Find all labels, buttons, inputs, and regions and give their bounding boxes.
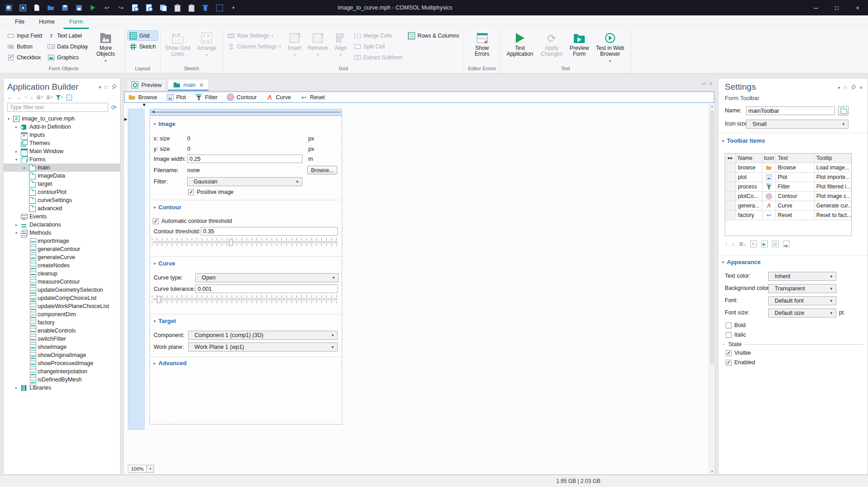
cell-name[interactable]: plot <box>736 173 762 182</box>
quick-access-icon[interactable] <box>47 4 55 12</box>
cell-tooltip[interactable]: Reset to fact... <box>815 211 851 220</box>
curve-tolerance-slider[interactable] <box>152 295 339 305</box>
ribbon-button[interactable]: Input Field <box>5 31 44 40</box>
tree-expander-icon[interactable] <box>22 166 27 170</box>
forward-arrow-icon[interactable]: → <box>16 94 21 101</box>
table-row[interactable]: factory Reset Reset to fact... <box>725 211 851 220</box>
table-row[interactable]: plotCo... Contour Plot image c... <box>725 192 851 201</box>
cell-icon[interactable] <box>762 201 776 210</box>
quick-access-icon[interactable] <box>103 4 111 12</box>
quick-access-icon[interactable] <box>173 4 181 12</box>
move-down-icon[interactable]: ↓ <box>30 94 33 101</box>
tree-expander-icon[interactable] <box>6 117 11 121</box>
maximize-button[interactable]: □ <box>826 0 847 15</box>
slider-groove[interactable] <box>153 241 338 243</box>
toolbar-items-section-header[interactable]: ▾Toolbar Items <box>722 137 765 144</box>
filter-dropdown[interactable]: Gaussian▼ <box>187 177 302 186</box>
tab-home[interactable]: Home <box>33 15 61 29</box>
preview-form-button[interactable]: Preview Form <box>567 31 592 58</box>
show-grid-lines-button[interactable]: Show Grid Lines <box>163 31 192 58</box>
bold-checkbox[interactable] <box>726 323 732 328</box>
tree-expander-icon[interactable] <box>14 125 19 129</box>
zoom-level[interactable]: 100% <box>128 465 147 473</box>
tree-item[interactable]: componentDim <box>4 310 120 318</box>
tree-item[interactable]: showImage <box>4 343 120 351</box>
selected-grid-row[interactable] <box>150 109 342 116</box>
settings-close-icon[interactable]: ✕ <box>859 85 863 90</box>
cell-icon[interactable] <box>762 182 776 191</box>
row-handle-cell[interactable] <box>725 201 736 210</box>
quick-access-icon[interactable] <box>33 4 41 12</box>
insert-button[interactable]: Insert ▾ <box>285 31 305 59</box>
browse-file-button[interactable]: Browse... <box>307 166 337 174</box>
quick-access-icon[interactable] <box>131 4 139 12</box>
move-up-icon[interactable]: ↑ <box>24 94 27 101</box>
cell-name[interactable]: factory <box>736 211 762 220</box>
text-color-dropdown[interactable]: Inherit▼ <box>768 272 836 281</box>
cell-tooltip[interactable]: Plot importe... <box>815 173 851 182</box>
tree-expander-icon[interactable] <box>14 386 19 390</box>
ribbon-button[interactable]: Graphics <box>46 53 90 62</box>
cell-icon[interactable] <box>762 192 776 201</box>
tree-item[interactable]: showOriginalImage <box>4 351 120 359</box>
contour-threshold-field[interactable] <box>201 227 338 236</box>
section-header-target[interactable]: ▾Target <box>154 318 176 324</box>
add-separator-button[interactable]: ▂ <box>783 241 790 247</box>
tree-item[interactable]: createNodes <box>4 261 120 270</box>
name-edit-button[interactable] <box>838 106 849 116</box>
form-toolbar-button[interactable]: Curve <box>266 94 291 101</box>
column-marker-icon[interactable]: ▼ <box>142 103 146 107</box>
settings-float-icon[interactable]: □ <box>844 85 847 90</box>
panel-float-icon[interactable]: □ <box>105 85 107 90</box>
font-dropdown[interactable]: Default font▼ <box>768 296 836 305</box>
tree-item[interactable]: contourPlot <box>4 188 120 196</box>
refresh-icon[interactable]: ⟳ <box>111 104 116 111</box>
section-header-advanced[interactable]: ▸Advanced <box>154 360 187 366</box>
ribbon-button[interactable]: Text Label <box>46 31 90 40</box>
enabled-checkbox[interactable] <box>726 360 732 366</box>
form-toolbar-button[interactable]: Plot <box>166 94 186 101</box>
cell-tooltip[interactable]: Plot filtered i... <box>815 182 851 191</box>
row-marker-icon[interactable]: ▶ <box>124 117 127 121</box>
test-in-web-browser-button[interactable]: Test in Web Browser ▾ <box>594 31 626 65</box>
add-toggle-item-button[interactable]: ☑ <box>772 241 779 247</box>
extract-subform-button[interactable]: Extract Subform <box>352 53 404 62</box>
form-toolbar-button[interactable]: Filter <box>195 94 218 101</box>
form-selection-outline[interactable]: ▾Image x: size 0 px y: size 0 px Image w… <box>150 116 342 424</box>
ribbon-button[interactable]: Checkbox <box>5 53 44 62</box>
panel-pin-icon[interactable] <box>111 84 116 90</box>
tree-item[interactable]: Declarations <box>4 221 120 229</box>
icon-size-dropdown[interactable]: Small▼ <box>746 120 849 129</box>
maximize-editor-icon[interactable]: ▭ <box>702 81 706 87</box>
tree-item[interactable]: cleanup <box>4 270 120 278</box>
slider-thumb[interactable] <box>229 239 233 246</box>
more-objects-button[interactable]: More Objects ▾ <box>92 31 120 65</box>
slider-thumb[interactable] <box>157 296 161 303</box>
tree-item[interactable]: measureContour <box>4 278 120 286</box>
canvas-scrollbar[interactable]: ▲ ▼ <box>709 103 715 474</box>
table-row[interactable]: process Filter Plot filtered i... <box>725 182 851 192</box>
row-handle-cell[interactable] <box>725 211 736 220</box>
panel-menu-icon[interactable]: ▾ <box>99 85 101 90</box>
rows-columns-button[interactable]: Rows & Columns <box>406 31 461 40</box>
curve-tolerance-field[interactable] <box>195 284 338 293</box>
tree-expander-icon[interactable] <box>14 223 19 227</box>
cell-name[interactable]: genera... <box>736 201 762 210</box>
move-down-button[interactable]: ↓ <box>732 241 735 247</box>
cell-text[interactable]: Plot <box>776 173 815 182</box>
tab-form[interactable]: Form <box>63 15 89 29</box>
quick-access-icon[interactable] <box>5 4 13 12</box>
table-row[interactable]: genera... Curve Generate cur... <box>725 201 851 211</box>
quick-access-icon[interactable] <box>201 4 209 12</box>
tree-item[interactable]: Add-in Definition <box>4 123 120 131</box>
auto-threshold-checkbox[interactable] <box>153 218 159 224</box>
slider-groove[interactable] <box>153 298 338 300</box>
cell-icon[interactable] <box>762 211 776 220</box>
settings-menu-icon[interactable]: ▾ <box>838 85 840 90</box>
section-header-curve[interactable]: ▾Curve <box>154 260 175 267</box>
quick-access-icon[interactable] <box>159 4 167 12</box>
work-plane-dropdown[interactable]: Work Plane 1 (wp1)▼ <box>188 342 338 352</box>
tab-file[interactable]: File <box>9 15 30 29</box>
add-item-button[interactable]: ▶ <box>761 241 768 247</box>
tree-item[interactable]: Methods <box>4 229 120 237</box>
